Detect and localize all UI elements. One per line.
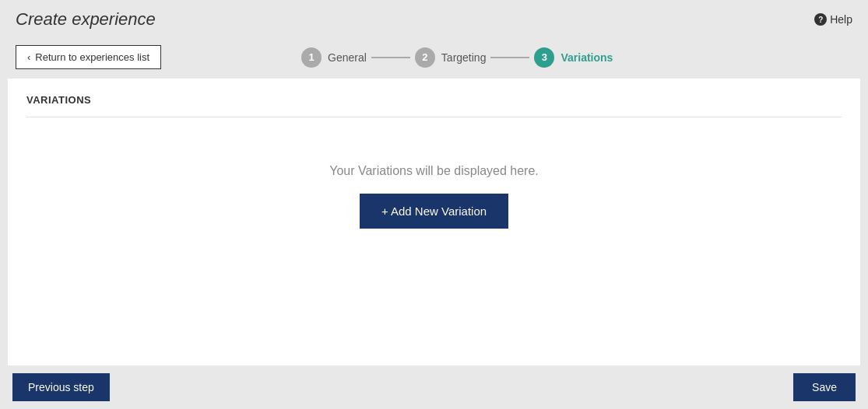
step-3: 3 Variations	[534, 47, 613, 68]
main-content: VARIATIONS Your Variations will be displ…	[8, 79, 860, 365]
step-2: 2 Targeting	[415, 47, 487, 68]
variations-empty-text: Your Variations will be displayed here.	[329, 164, 539, 178]
help-icon: ?	[814, 13, 827, 26]
variations-empty-state: Your Variations will be displayed here. …	[26, 117, 842, 275]
step-2-label: Targeting	[441, 51, 487, 64]
save-button[interactable]: Save	[793, 373, 856, 401]
step-connector-1	[371, 57, 410, 58]
page-title: Create experience	[16, 9, 156, 30]
help-link[interactable]: ? Help	[814, 13, 852, 26]
stepper: 1 General 2 Targeting 3 Variations	[301, 47, 613, 68]
footer: Previous step Save	[0, 365, 868, 409]
add-new-variation-button[interactable]: + Add New Variation	[360, 194, 508, 229]
previous-step-button[interactable]: Previous step	[12, 373, 110, 401]
step-3-circle: 3	[534, 47, 554, 68]
return-to-list-button[interactable]: ‹ Return to experiences list	[16, 45, 161, 69]
help-label: Help	[830, 13, 852, 26]
step-2-circle: 2	[415, 47, 435, 68]
return-button-label: Return to experiences list	[35, 51, 149, 63]
step-3-number: 3	[542, 51, 547, 63]
step-3-label: Variations	[561, 51, 613, 64]
step-1-label: General	[328, 51, 367, 64]
step-connector-2	[490, 57, 529, 58]
step-2-number: 2	[422, 51, 427, 63]
chevron-left-icon: ‹	[27, 51, 30, 63]
top-header: Create experience ? Help	[0, 0, 868, 39]
step-1: 1 General	[301, 47, 367, 68]
nav-bar: ‹ Return to experiences list 1 General 2…	[0, 39, 868, 79]
step-1-circle: 1	[301, 47, 322, 68]
section-title: VARIATIONS	[26, 94, 842, 106]
step-1-number: 1	[308, 51, 314, 63]
